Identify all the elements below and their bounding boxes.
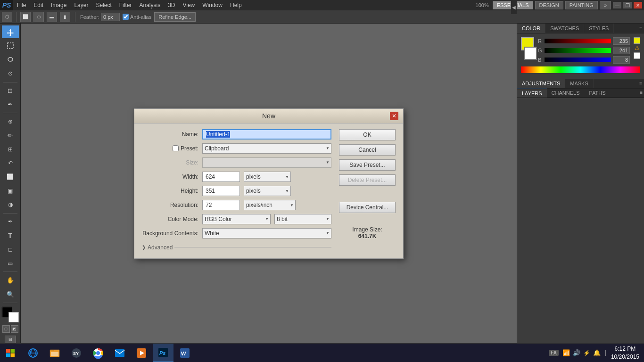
g-slider[interactable]	[545, 48, 611, 53]
history-tool[interactable]: ↶	[2, 156, 19, 169]
r-slider[interactable]	[545, 39, 611, 43]
menu-layer[interactable]: Layer	[70, 1, 92, 9]
height-unit-select[interactable]: pixels inches cm	[244, 186, 291, 196]
menu-file[interactable]: File	[13, 1, 30, 9]
screen-mode[interactable]: ⊟	[5, 336, 16, 343]
maximize-btn[interactable]: ❒	[623, 2, 632, 8]
screen-mode-btn[interactable]: ⊟	[5, 336, 16, 343]
eraser-tool[interactable]: ⬜	[2, 171, 19, 183]
advanced-label[interactable]: Advanced	[148, 244, 173, 251]
eyedropper-tool[interactable]: ✒	[2, 98, 19, 111]
taskbar-word[interactable]: W	[174, 344, 195, 362]
preset-checkbox[interactable]	[173, 145, 179, 151]
tab-masks[interactable]: MASKS	[565, 79, 594, 88]
preset-select[interactable]: Clipboard Default Photoshop Size US Pape…	[202, 143, 331, 154]
r-input[interactable]	[613, 37, 630, 45]
menu-help[interactable]: Help	[226, 1, 246, 9]
taskbar-explorer[interactable]	[44, 344, 65, 362]
more-workspaces-btn[interactable]: »	[600, 1, 611, 9]
taskbar-photoshop[interactable]: Ps	[153, 344, 173, 362]
marquee-tool[interactable]	[2, 39, 19, 52]
height-input[interactable]	[202, 186, 240, 196]
shape-tool[interactable]: ▭	[2, 257, 19, 270]
width-unit-select[interactable]: pixels inches cm	[244, 172, 291, 182]
panel-menu-icon[interactable]: ≡	[637, 24, 644, 33]
menu-filter[interactable]: Filter	[116, 1, 136, 9]
feather-input[interactable]	[101, 13, 120, 21]
chevron-down-icon[interactable]: ❯	[142, 245, 146, 250]
ok-button[interactable]: OK	[339, 129, 396, 140]
b-slider[interactable]	[545, 58, 611, 62]
refine-edge-button[interactable]: Refine Edge...	[154, 12, 196, 22]
single-row-icon[interactable]: ▬	[47, 12, 57, 22]
resolution-unit-select[interactable]: pixels/inch pixels/cm	[244, 200, 296, 210]
gradient-tool[interactable]: ▣	[2, 184, 19, 197]
brush-tool[interactable]: ✏	[2, 129, 19, 142]
quick-select-tool[interactable]: ⊙	[2, 67, 19, 80]
menu-analysis[interactable]: Analysis	[135, 1, 164, 9]
width-input[interactable]	[202, 172, 240, 182]
tab-swatches[interactable]: SWATCHES	[545, 24, 584, 33]
device-central-button[interactable]: Device Central...	[339, 202, 396, 213]
tab-layers[interactable]: LAYERS	[517, 89, 547, 98]
color-swatches[interactable]	[2, 307, 19, 322]
ellipse-select-icon[interactable]: ⬭	[33, 12, 44, 22]
tab-paths[interactable]: PATHS	[585, 89, 611, 98]
taskbar-media[interactable]	[131, 344, 152, 362]
type-tool[interactable]: T	[2, 229, 19, 242]
spectrum-bar[interactable]	[521, 66, 640, 73]
volume-icon[interactable]: 🔊	[573, 349, 580, 356]
save-preset-button[interactable]: Save Preset...	[339, 159, 396, 171]
name-input[interactable]	[202, 129, 331, 140]
menu-3d[interactable]: 3D	[164, 1, 179, 9]
dialog-close-button[interactable]: ✕	[390, 112, 398, 120]
size-select[interactable]	[202, 157, 331, 168]
dodge-tool[interactable]: ◑	[2, 198, 19, 211]
bg-contents-select[interactable]: White Background Color Transparent	[202, 228, 331, 239]
zoom-tool[interactable]: 🔍	[2, 288, 19, 301]
lasso-tool[interactable]	[2, 53, 19, 66]
standard-mode[interactable]: □	[2, 325, 10, 333]
hand-tool[interactable]: ✋	[2, 274, 19, 287]
show-desktop-btn[interactable]: │	[604, 350, 607, 355]
taskbar-chrome[interactable]	[88, 344, 108, 362]
resolution-input[interactable]	[202, 200, 240, 210]
adj-panel-menu-icon[interactable]: ≡	[637, 79, 644, 88]
close-btn[interactable]: ✕	[634, 2, 642, 8]
taskbar-mail[interactable]	[109, 344, 130, 362]
menu-window[interactable]: Window	[198, 1, 226, 9]
notification-icon[interactable]: 🔔	[593, 349, 601, 356]
painting-btn[interactable]: PAINTING	[565, 1, 598, 9]
rect-select-icon[interactable]: ⬜	[20, 12, 31, 22]
taskbar-synology[interactable]: SY	[66, 344, 87, 362]
tab-styles[interactable]: STYLES	[584, 24, 614, 33]
design-btn[interactable]: DESIGN	[535, 1, 563, 9]
delete-preset-button[interactable]: Delete Preset...	[339, 174, 396, 186]
stamp-tool[interactable]: ⊞	[2, 143, 19, 156]
menu-select[interactable]: Select	[92, 1, 115, 9]
tab-color[interactable]: COLOR	[517, 24, 545, 33]
menu-image[interactable]: Image	[47, 1, 70, 9]
b-input[interactable]	[613, 56, 630, 64]
layers-menu-icon[interactable]: ≡	[638, 89, 644, 98]
minimize-btn[interactable]: —	[613, 2, 621, 8]
menu-edit[interactable]: Edit	[30, 1, 47, 9]
tab-channels[interactable]: CHANNELS	[547, 89, 585, 98]
quick-mask-mode[interactable]: ◩	[11, 325, 18, 333]
color-depth-select[interactable]: 1 bit 8 bit 16 bit 32 bit	[274, 214, 331, 224]
panel-collapse-btn[interactable]: ◀	[511, 0, 517, 14]
healing-tool[interactable]: ⊕	[2, 115, 19, 128]
menu-view[interactable]: View	[179, 1, 198, 9]
clock[interactable]: 6:12 PM 10/20/2015	[611, 345, 639, 361]
lasso-tool-icon[interactable]: ⬡	[2, 12, 12, 22]
pen-tool[interactable]: ✒	[2, 215, 19, 228]
path-tool[interactable]: ◻	[2, 243, 19, 256]
g-input[interactable]	[613, 47, 630, 54]
background-color[interactable]	[8, 312, 19, 322]
single-col-icon[interactable]: ▮	[60, 12, 70, 22]
taskbar-ie[interactable]: e	[23, 344, 43, 362]
cancel-button[interactable]: Cancel	[339, 144, 396, 156]
color-mode-select[interactable]: Bitmap Grayscale RGB Color CMYK Color La…	[202, 214, 271, 224]
bg-color-swatch[interactable]	[524, 47, 537, 60]
move-tool[interactable]	[2, 25, 19, 38]
